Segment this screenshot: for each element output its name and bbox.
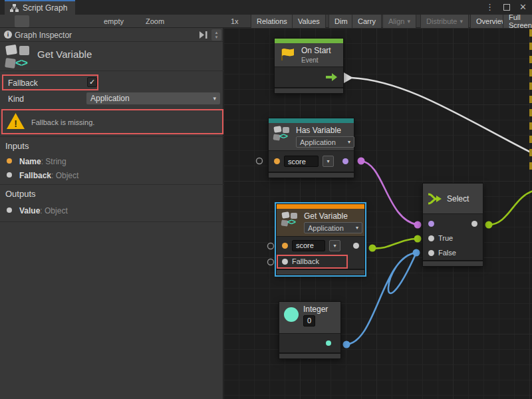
input-name: Name bbox=[19, 157, 41, 166]
outputs-title: Outputs bbox=[5, 189, 36, 199]
wire-select-output bbox=[489, 190, 532, 225]
node-on-start[interactable]: On Start Event bbox=[274, 38, 344, 94]
inspector-unit-title: Get Variable bbox=[37, 49, 92, 60]
chevron-down-icon: ▾ bbox=[327, 158, 329, 164]
fallback-input-port[interactable] bbox=[282, 259, 288, 265]
chevron-down-icon: ▾ bbox=[407, 18, 410, 25]
align-button[interactable]: Align▾ bbox=[382, 15, 416, 28]
script-graph-icon bbox=[10, 4, 19, 12]
inspector-header: i Graph Inspector ▲ ▼ bbox=[0, 28, 223, 42]
bool-output-port[interactable] bbox=[342, 158, 348, 164]
variable-icon: <> bbox=[281, 211, 299, 228]
variable-kind-dropdown[interactable]: Application ▾ bbox=[304, 222, 362, 233]
wire-endpoint bbox=[414, 235, 422, 243]
dim-button[interactable]: Dim bbox=[329, 15, 354, 28]
wire-endpoint bbox=[485, 221, 493, 229]
condition-input-port[interactable] bbox=[428, 221, 434, 227]
value-output-port[interactable] bbox=[353, 243, 359, 249]
port-dot-name bbox=[7, 158, 12, 164]
zoom-label: Zoom bbox=[146, 17, 164, 25]
wire-getvariable-to-select-true bbox=[372, 239, 418, 248]
check-icon: ✓ bbox=[89, 78, 95, 86]
wire-endpoint bbox=[413, 249, 420, 257]
variable-name-field[interactable] bbox=[284, 156, 319, 167]
chevron-down-icon: ▾ bbox=[348, 139, 350, 145]
window-maximize-icon[interactable] bbox=[503, 4, 510, 11]
unconnected-port-getvariable-fallback[interactable] bbox=[268, 259, 274, 265]
integer-output-port[interactable] bbox=[326, 340, 331, 346]
selection-output-port[interactable] bbox=[471, 221, 477, 227]
fallback-checkbox[interactable]: ✓ bbox=[87, 77, 97, 87]
node-get-variable[interactable]: <> Get Variable Application ▾ ▾ Fallb bbox=[276, 203, 365, 275]
warning-icon: ! bbox=[7, 113, 25, 129]
info-icon: i bbox=[4, 31, 12, 39]
true-input-port[interactable] bbox=[428, 235, 434, 241]
input-fallback-type: : Object bbox=[51, 171, 78, 180]
node-integer[interactable]: Integer 0 bbox=[279, 301, 341, 359]
inspector-title: Graph Inspector bbox=[15, 31, 72, 40]
false-input-port[interactable] bbox=[428, 250, 434, 256]
select-merge-icon bbox=[428, 192, 442, 205]
node-title: Select bbox=[447, 194, 469, 203]
wire-hasvariable-to-select bbox=[361, 161, 418, 225]
flow-arrow-icon[interactable] bbox=[326, 72, 338, 82]
tab-script-graph[interactable]: Script Graph bbox=[5, 0, 75, 15]
distribute-button[interactable]: Distribute▾ bbox=[420, 15, 469, 28]
wire-endpoint bbox=[369, 245, 376, 252]
flag-icon bbox=[279, 47, 297, 64]
wire-endpoint bbox=[358, 158, 365, 165]
wires-layer bbox=[223, 28, 532, 399]
output-value: Value bbox=[19, 206, 40, 215]
get-variable-icon: <> bbox=[5, 45, 33, 70]
unconnected-port-hasvariable[interactable] bbox=[257, 158, 263, 164]
full-screen-button[interactable]: Full Screen bbox=[503, 15, 532, 28]
warning-text: Fallback is missing. bbox=[31, 118, 94, 126]
variable-color-bar bbox=[277, 204, 364, 209]
relations-button[interactable]: Relations bbox=[251, 15, 293, 28]
info-button-active-bg bbox=[15, 15, 29, 27]
graph-breadcrumb-empty[interactable]: empty bbox=[104, 17, 124, 25]
spin-up-icon: ▲ bbox=[215, 31, 219, 35]
unity-script-graph-window: Script Graph ⋮ ✕ i <×> empty Zoom 1x Rel… bbox=[0, 0, 532, 399]
window-menu-icon[interactable]: ⋮ bbox=[485, 0, 494, 15]
kind-dropdown[interactable]: Application ▾ bbox=[86, 92, 220, 104]
wire-onstart-flow bbox=[352, 78, 532, 155]
wire-endpoint bbox=[343, 341, 350, 348]
fallback-port-label: Fallback bbox=[292, 257, 319, 265]
node-title: Integer bbox=[303, 305, 328, 314]
node-title: Has Variable bbox=[296, 126, 354, 135]
inputs-title: Inputs bbox=[5, 141, 29, 151]
integer-value-field[interactable]: 0 bbox=[303, 315, 315, 327]
zoom-value: 1x bbox=[231, 17, 239, 25]
dock-panel-icon[interactable] bbox=[200, 31, 208, 39]
wire-endpoint bbox=[414, 221, 422, 229]
title-bar: Script Graph ⋮ ✕ bbox=[0, 0, 532, 15]
carry-button[interactable]: Carry bbox=[352, 15, 382, 28]
output-value-type: : Object bbox=[40, 206, 67, 215]
variable-kind-dropdown[interactable]: Application ▾ bbox=[296, 136, 354, 148]
variable-color-bar bbox=[269, 118, 354, 123]
tab-title: Script Graph bbox=[23, 3, 67, 13]
name-input-port[interactable] bbox=[282, 243, 288, 249]
unconnected-port-getvariable-name[interactable] bbox=[268, 243, 274, 249]
variable-icon: <> bbox=[273, 126, 291, 142]
values-button[interactable]: Values bbox=[292, 15, 326, 28]
kind-label: Kind bbox=[8, 94, 24, 104]
variable-picker-button[interactable]: ▾ bbox=[329, 240, 340, 251]
false-port-label: False bbox=[438, 249, 456, 257]
node-has-variable[interactable]: <> Has Variable Application ▾ ▾ bbox=[268, 118, 354, 178]
node-select[interactable]: Select True False bbox=[422, 183, 483, 267]
graph-inspector-panel: i Graph Inspector ▲ ▼ <> Get Variable Fa… bbox=[0, 28, 223, 399]
true-port-label: True bbox=[438, 234, 453, 242]
window-close-icon[interactable]: ✕ bbox=[519, 0, 527, 15]
onstart-output-port-triangle[interactable] bbox=[344, 72, 353, 83]
variable-name-field[interactable] bbox=[292, 240, 325, 251]
inspector-spinner[interactable]: ▲ ▼ bbox=[211, 29, 221, 41]
integer-type-icon bbox=[284, 307, 299, 322]
graph-canvas[interactable]: On Start Event <> bbox=[223, 28, 532, 399]
variable-picker-button[interactable]: ▾ bbox=[323, 156, 334, 167]
fallback-label: Fallback bbox=[8, 78, 38, 88]
offscreen-node-warning-edge bbox=[529, 29, 532, 176]
name-input-port[interactable] bbox=[274, 158, 280, 164]
chevron-down-icon: ▾ bbox=[333, 243, 336, 249]
